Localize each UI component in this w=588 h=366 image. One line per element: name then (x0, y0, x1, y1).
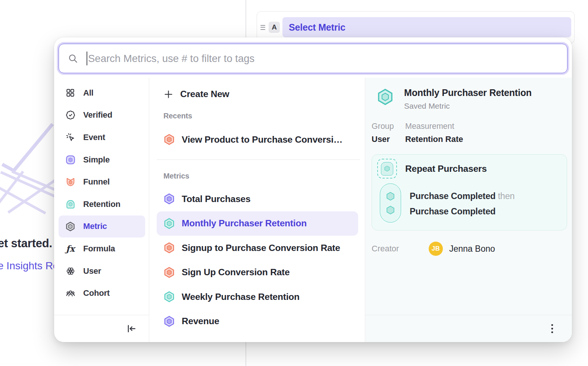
sidebar-item-label: Funnel (83, 177, 110, 187)
metric-detail-panel: Monthly Purchaser Retention Saved Metric… (365, 78, 572, 342)
sidebar-item-label: Retention (83, 199, 121, 209)
sidebar-item-label: Verified (83, 110, 112, 120)
group-label: Group (372, 122, 405, 131)
series-a-badge[interactable]: A (269, 22, 280, 33)
definition-name: Repeat Purchasers (405, 164, 487, 174)
metric-item-monthly-purchaser-retention[interactable]: Monthly Purchaser Retention (157, 211, 358, 236)
backdrop-headline-fragment: et started. (0, 237, 52, 250)
drag-handle-icon[interactable] (259, 25, 266, 30)
then-connector: then (498, 191, 515, 201)
sidebar-item-formula[interactable]: ƒx Formula (54, 238, 149, 260)
create-new-button[interactable]: Create New (149, 82, 365, 106)
collapse-left-icon (126, 323, 137, 334)
sidebar-item-label: Simple (83, 155, 110, 165)
saved-metric-hex-icon (376, 88, 394, 106)
metric-hexagon-icon (65, 221, 75, 232)
search-box[interactable] (59, 44, 567, 73)
metric-hex-icon (163, 242, 175, 254)
creator-label: Creator (372, 244, 429, 254)
kebab-menu-icon (547, 323, 557, 334)
sidebar-item-label: Cohort (83, 288, 110, 298)
sidebar-item-metric[interactable]: Metric (59, 215, 145, 238)
metric-hex-icon (163, 193, 175, 205)
measurement-value: Retention Rate (405, 134, 463, 144)
metric-hex-icon (163, 291, 175, 303)
metric-item-label: Revenue (182, 316, 219, 326)
creator-name: Jenna Bono (449, 244, 495, 254)
sidebar-item-user[interactable]: User (54, 260, 149, 282)
metric-hex-icon (163, 267, 175, 278)
plus-icon (163, 89, 173, 99)
metrics-heading: Metrics (149, 172, 365, 180)
metric-item-revenue[interactable]: Revenue (149, 309, 365, 334)
sidebar-item-all[interactable]: All (54, 82, 149, 104)
recents-heading: Recents (149, 112, 365, 120)
user-cluster-icon (65, 266, 75, 276)
simple-metric-icon (65, 155, 75, 165)
metric-list-column: Create New Recents View Product to Purch… (149, 78, 365, 342)
sidebar-item-label: Event (83, 133, 105, 142)
cursor-click-icon (65, 132, 75, 142)
event-hex-icon (385, 205, 395, 215)
metric-item-label: Signup to Purchase Conversion Rate (182, 243, 340, 253)
definition-card: Repeat Purchasers Purchase Completed the… (372, 154, 567, 230)
badge-check-icon (65, 110, 75, 120)
funnel-metric-icon (65, 177, 75, 187)
event-sequence-capsule (380, 183, 401, 223)
metric-hex-icon (163, 218, 175, 229)
metric-item-label: Monthly Purchaser Retention (182, 218, 307, 229)
measurement-label: Measurement (405, 122, 463, 131)
sidebar-item-funnel[interactable]: Funnel (54, 171, 149, 193)
more-options-button[interactable] (545, 321, 559, 336)
grid-icon (65, 88, 75, 98)
sidebar-item-event[interactable]: Event (54, 126, 149, 149)
detail-footer (365, 315, 572, 342)
recent-item-label: View Product to Purchase Conversi… (182, 134, 343, 145)
metric-item-label: Total Purchases (182, 194, 250, 204)
metric-item-sign-up-conversion-rate[interactable]: Sign Up Conversion Rate (149, 260, 365, 285)
metric-picker-modal: All Verified (54, 37, 572, 342)
funnel-metric-hex-icon (163, 134, 175, 145)
sidebar-item-simple[interactable]: Simple (54, 149, 149, 171)
sidebar-item-retention[interactable]: Retention (54, 193, 149, 215)
text-caret (87, 52, 87, 65)
search-icon (68, 53, 78, 63)
sidebar-item-label: Formula (83, 244, 115, 254)
creator-avatar: JB (429, 242, 443, 256)
create-new-label: Create New (180, 89, 229, 99)
backdrop-insights-report-link[interactable]: e Insights Re (0, 260, 59, 272)
event-hex-icon (385, 191, 395, 201)
detail-title: Monthly Purchaser Retention (404, 87, 532, 98)
search-input[interactable] (88, 53, 558, 65)
category-sidebar: All Verified (54, 78, 149, 342)
cohort-icon (65, 288, 75, 298)
detail-subtitle: Saved Metric (404, 102, 532, 111)
sidebar-item-label: Metric (83, 221, 107, 231)
metric-hex-icon (163, 316, 175, 327)
recent-item-view-product-to-purchase-conversion[interactable]: View Product to Purchase Conversi… (149, 127, 365, 152)
retention-metric-icon (65, 199, 75, 209)
sidebar-item-label: User (83, 266, 101, 276)
formula-icon: ƒx (65, 244, 75, 254)
list-divider (157, 159, 360, 160)
sidebar-item-label: All (83, 88, 94, 98)
retention-definition-icon (377, 159, 397, 179)
group-value: User (372, 134, 405, 144)
sidebar-footer (54, 315, 149, 342)
sidebar-item-verified[interactable]: Verified (54, 104, 149, 127)
sidebar-item-cohort[interactable]: Cohort (54, 282, 149, 304)
metric-item-label: Weekly Purchase Retention (182, 292, 300, 302)
definition-step-1: Purchase Completed then (410, 189, 514, 204)
definition-step-2: Purchase Completed (410, 204, 514, 219)
collapse-sidebar-button[interactable] (124, 322, 138, 336)
select-metric-button[interactable]: Select Metric (282, 17, 571, 37)
metric-item-label: Sign Up Conversion Rate (182, 267, 290, 277)
metric-item-signup-to-purchase-conversion-rate[interactable]: Signup to Purchase Conversion Rate (149, 236, 365, 260)
metric-item-weekly-purchase-retention[interactable]: Weekly Purchase Retention (149, 285, 365, 309)
metric-item-total-purchases[interactable]: Total Purchases (149, 187, 365, 211)
decorative-line-art (0, 123, 57, 224)
